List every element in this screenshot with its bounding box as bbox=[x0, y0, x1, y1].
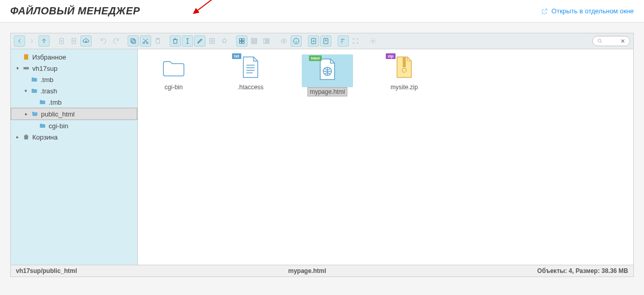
tree-label: .trash bbox=[40, 87, 57, 95]
tree-label: .tmb bbox=[40, 76, 53, 84]
folder-icon bbox=[38, 98, 47, 106]
file-item[interactable]: cgi-bin bbox=[148, 54, 199, 91]
favorites-icon bbox=[22, 53, 30, 61]
upload-icon[interactable] bbox=[80, 35, 92, 47]
html-file-icon: html bbox=[312, 56, 343, 82]
folder-file-icon bbox=[158, 54, 189, 80]
tree-node[interactable]: ▾vh17sup bbox=[11, 63, 137, 74]
copy-icon[interactable] bbox=[128, 35, 139, 47]
tree-label: Избранное bbox=[32, 53, 66, 61]
folder-open-icon bbox=[31, 110, 39, 118]
status-stats: Объекты: 4, Размер: 38.36 MB bbox=[537, 267, 628, 274]
fm-body: Избранное▾vh17sup.tmb▾.trash.tmb▸public_… bbox=[11, 49, 633, 265]
status-path: vh17sup/public_html bbox=[16, 267, 77, 274]
toolbar: ✕ bbox=[11, 33, 633, 49]
tree-label: .tmb bbox=[49, 99, 61, 106]
search-box[interactable]: ✕ bbox=[592, 36, 630, 46]
page-header: ФАЙЛОВЫЙ МЕНЕДЖЕР Открыть в отдельном ок… bbox=[0, 0, 644, 23]
info-icon[interactable] bbox=[290, 35, 302, 47]
file-item[interactable]: txt.htaccess bbox=[225, 54, 276, 91]
open-icon[interactable] bbox=[320, 35, 331, 47]
cut-icon[interactable] bbox=[140, 35, 151, 47]
settings-icon bbox=[367, 35, 379, 47]
undo-icon bbox=[98, 35, 109, 47]
tree-node[interactable]: ▸public_html bbox=[11, 108, 137, 120]
tree-label: cgi-bin bbox=[49, 122, 68, 130]
tree-node[interactable]: ▾.trash bbox=[11, 85, 137, 96]
page-title: ФАЙЛОВЫЙ МЕНЕДЖЕР bbox=[10, 5, 140, 17]
tree-toggle-icon bbox=[31, 100, 36, 105]
files-panel[interactable]: cgi-bintxt.htaccesshtmlmypage.htmlzipmys… bbox=[138, 49, 633, 265]
tree-toggle-icon bbox=[31, 123, 36, 128]
file-item[interactable]: zipmysite.zip bbox=[379, 54, 430, 91]
tree-toggle-icon[interactable]: ▾ bbox=[15, 66, 20, 71]
open-window-label: Открыть в отдельном окне bbox=[551, 7, 634, 15]
file-label: cgi-bin bbox=[162, 83, 184, 91]
statusbar: vh17sup/public_html mypage.html Объекты:… bbox=[11, 265, 633, 277]
external-icon bbox=[541, 8, 548, 15]
file-label: mysite.zip bbox=[388, 83, 420, 91]
folder-icon bbox=[30, 75, 38, 84]
tree-node[interactable]: cgi-bin bbox=[11, 120, 137, 131]
rename-icon[interactable] bbox=[182, 35, 193, 47]
folder-icon bbox=[38, 122, 47, 130]
tree-toggle-icon bbox=[23, 77, 28, 82]
trash-icon bbox=[22, 133, 30, 141]
up-icon[interactable] bbox=[38, 35, 50, 47]
tree-node[interactable]: ▸Корзина bbox=[11, 131, 137, 143]
tree-node[interactable]: .tmb bbox=[11, 96, 137, 108]
search-icon bbox=[597, 38, 603, 44]
tree-label: public_html bbox=[41, 110, 75, 118]
status-selected: mypage.html bbox=[77, 267, 537, 274]
tree-node[interactable]: .tmb bbox=[11, 74, 137, 85]
folder-tree: Избранное▾vh17sup.tmb▾.trash.tmb▸public_… bbox=[11, 49, 138, 265]
redo-icon bbox=[110, 35, 121, 47]
preview-icon bbox=[278, 35, 289, 47]
file-label: mypage.html bbox=[307, 87, 348, 96]
edit-icon[interactable] bbox=[194, 35, 205, 47]
txt-file-icon: txt bbox=[235, 54, 266, 80]
file-manager: ✕ Избранное▾vh17sup.tmb▾.trash.tmb▸publi… bbox=[10, 33, 634, 277]
newfile-icon bbox=[56, 35, 67, 47]
search-clear-icon[interactable]: ✕ bbox=[619, 38, 626, 44]
disk-icon bbox=[22, 64, 30, 72]
tree-toggle-icon[interactable]: ▸ bbox=[24, 111, 29, 116]
tree-label: Корзина bbox=[32, 133, 58, 141]
file-label: .htaccess bbox=[236, 83, 266, 91]
tree-toggle-icon[interactable]: ▾ bbox=[23, 88, 28, 93]
tree-toggle-icon[interactable]: ▸ bbox=[15, 134, 20, 140]
resize-icon bbox=[206, 35, 218, 47]
folder-icon bbox=[30, 87, 38, 95]
download-icon[interactable] bbox=[308, 35, 319, 47]
paste-icon bbox=[152, 35, 163, 47]
tree-label: vh17sup bbox=[32, 65, 57, 72]
tree-toggle-icon bbox=[15, 54, 20, 60]
forward-icon bbox=[26, 35, 37, 47]
open-new-window-link[interactable]: Открыть в отдельном окне bbox=[541, 7, 634, 15]
svg-rect-41 bbox=[403, 57, 406, 67]
view-list-icon bbox=[261, 35, 272, 47]
file-item[interactable]: htmlmypage.html bbox=[302, 54, 353, 96]
newfolder-icon bbox=[68, 35, 79, 47]
delete-icon[interactable] bbox=[170, 35, 181, 47]
back-icon[interactable] bbox=[14, 35, 25, 47]
view-small-icon bbox=[248, 35, 260, 47]
sort-icon[interactable] bbox=[338, 35, 349, 47]
fullscreen-icon bbox=[350, 35, 361, 47]
search-input[interactable] bbox=[606, 37, 616, 45]
places-icon bbox=[219, 35, 230, 47]
tree-node[interactable]: Избранное bbox=[11, 51, 137, 63]
zip-file-icon: zip bbox=[389, 54, 420, 80]
view-icons-icon[interactable] bbox=[236, 35, 247, 47]
